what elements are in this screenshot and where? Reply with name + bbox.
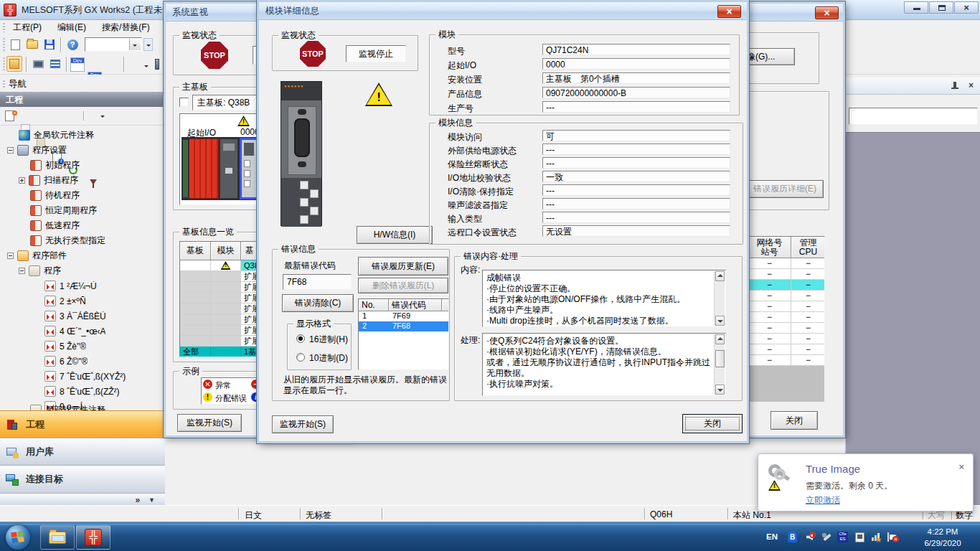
activate-now-link[interactable]: 立即激活 xyxy=(806,494,840,507)
device-find-icon[interactable] xyxy=(70,57,85,72)
scroll-up-icon[interactable] xyxy=(715,334,725,344)
nav-button-connection-destination[interactable]: 连接目标 xyxy=(0,465,165,493)
tree-item-program-6[interactable]: 6 Ž©"® xyxy=(1,354,164,369)
menu-project[interactable]: 工程(P) xyxy=(7,20,47,34)
popup-close-icon[interactable]: × xyxy=(958,461,964,472)
tree-item-program-5[interactable]: 5 Žè"® xyxy=(1,339,164,354)
close-panel-icon[interactable]: × xyxy=(969,80,974,90)
nav-button-project[interactable]: 工程 xyxy=(0,410,165,438)
taskbar-gxworks2-button[interactable]: ╬ xyxy=(76,525,110,550)
tool-icon[interactable] xyxy=(821,531,833,543)
dropdown-arrow-icon[interactable] xyxy=(144,65,149,70)
menu-find-replace[interactable]: 搜索/替换(F) xyxy=(96,20,156,34)
scroll-down-icon[interactable] xyxy=(715,316,725,326)
tree-item-program-4[interactable]: 4 Œ´"_•œ‹A xyxy=(1,324,164,339)
net-row[interactable]: −− xyxy=(748,344,825,355)
tree-item-scan-program[interactable]: 扫描程序 xyxy=(1,173,164,188)
collapse-icon[interactable] xyxy=(19,268,25,274)
menu-edit[interactable]: 编辑(E) xyxy=(52,20,92,34)
power-module-image[interactable] xyxy=(189,138,219,199)
error-history-update-button[interactable]: 错误履历更新(E) xyxy=(358,257,448,276)
error-row-selected[interactable]: 2 7F68 xyxy=(359,321,449,331)
module-close-button[interactable]: 关闭 xyxy=(682,414,743,433)
net-row[interactable]: −− xyxy=(748,301,825,312)
cfles-icon[interactable]: CfleES xyxy=(837,531,849,543)
net-row[interactable]: −− xyxy=(748,269,825,280)
action-scrollbar[interactable] xyxy=(714,334,725,395)
net-row[interactable]: −− xyxy=(748,291,825,301)
graphic-image-button[interactable]: 像(G)... xyxy=(743,48,795,65)
module-configuration-icon[interactable] xyxy=(30,56,46,72)
dec-radio-label[interactable]: 10进制(D) xyxy=(309,352,348,364)
pin-icon[interactable] xyxy=(953,82,956,88)
minimize-button[interactable] xyxy=(904,1,928,14)
toolbar-overflow-button[interactable] xyxy=(143,38,153,51)
hex-radio[interactable] xyxy=(296,334,305,343)
cpu-module-image[interactable] xyxy=(220,138,238,199)
error-clear-button[interactable]: 错误清除(C) xyxy=(282,294,354,312)
taskbar-explorer-button[interactable] xyxy=(40,525,75,550)
background-dialog-close-button[interactable] xyxy=(815,6,839,19)
tree-item-global-device-comment[interactable]: 全局软元件注释 xyxy=(1,128,164,143)
error-history-detail-button[interactable]: 错误履历详细(E) xyxy=(746,180,824,198)
bluetooth-icon[interactable]: B xyxy=(786,531,798,543)
help-icon[interactable]: ? xyxy=(65,37,80,52)
network-icon[interactable] xyxy=(870,531,882,543)
tree-item-initial-program[interactable]: 初始程序 xyxy=(1,158,164,173)
element-selection-input[interactable] xyxy=(849,108,978,125)
navigation-view-icon[interactable] xyxy=(6,56,22,72)
safely-remove-icon[interactable] xyxy=(854,531,866,543)
net-row[interactable]: −− xyxy=(748,334,825,344)
hw-info-button[interactable]: H/W信息(I) xyxy=(357,226,433,244)
start-button[interactable] xyxy=(6,525,30,550)
expand-icon[interactable] xyxy=(19,177,25,184)
tree-item-program-3[interactable]: 3 À¯ÁÊßÈÙ xyxy=(1,309,164,324)
open-project-icon[interactable] xyxy=(24,37,40,52)
language-indicator[interactable]: EN xyxy=(766,532,778,541)
hex-radio-label[interactable]: 16进制(H) xyxy=(309,334,348,346)
dropdown-arrow-icon[interactable] xyxy=(100,116,105,120)
selected-module-image[interactable] xyxy=(240,138,259,199)
search-combobox[interactable] xyxy=(85,37,142,52)
collapse-icon[interactable] xyxy=(7,147,14,154)
tree-item-program-setting[interactable]: 程序设置 xyxy=(1,143,164,158)
dec-radio[interactable] xyxy=(296,353,305,362)
error-row[interactable]: 1 7F69 xyxy=(359,311,449,321)
net-row[interactable]: −− xyxy=(748,323,825,334)
scroll-thumb[interactable] xyxy=(715,350,725,367)
net-row[interactable]: −− xyxy=(748,312,825,323)
collapse-icon[interactable] xyxy=(7,253,14,259)
content-scrollbar[interactable] xyxy=(714,271,725,326)
nav-button-user-library[interactable]: 用户库 xyxy=(0,438,165,465)
module-dialog-close-button[interactable] xyxy=(717,5,741,18)
close-button[interactable]: × xyxy=(954,1,979,14)
tree-item-program-2[interactable]: 2 ±×ºÑ xyxy=(1,293,164,309)
net-row[interactable]: −− xyxy=(748,258,825,269)
module-monitor-start-button[interactable]: 监视开始(S) xyxy=(272,415,334,433)
net-row-selected[interactable]: −− xyxy=(748,280,825,291)
clock[interactable]: 4:22 PM 6/29/2020 xyxy=(910,526,976,549)
delete-error-history-button[interactable]: 删除错误履历(L) xyxy=(358,278,448,293)
scroll-down-icon[interactable] xyxy=(715,385,725,395)
new-project-icon[interactable] xyxy=(7,37,23,52)
action-center-flag-icon[interactable]: × xyxy=(887,531,899,543)
device-test-icon[interactable] xyxy=(149,56,165,72)
tree-item-program-7[interactable]: 7 ˆÊ'uŒˆ‚ß(XYŽ²) xyxy=(1,369,164,384)
tree-item-no-execution-type[interactable]: 无执行类型指定 xyxy=(1,233,164,248)
tree-item-program-1[interactable]: 1 ²Æ¼¬Ù xyxy=(1,278,164,293)
tree-item-pou[interactable]: 程序部件 xyxy=(1,248,164,263)
main-base-checkbox[interactable] xyxy=(179,98,189,107)
background-dialog-close[interactable]: 关闭 xyxy=(771,411,818,430)
tree-item-standby-program[interactable]: 待机程序 xyxy=(1,188,164,203)
scroll-up-icon[interactable] xyxy=(715,271,725,281)
sysmon-monitor-start-button[interactable]: 监视开始(S) xyxy=(177,414,242,432)
tree-item-program-8[interactable]: 8 ˆÊ'uŒˆ‚ß(ZŽ²) xyxy=(1,384,164,399)
volume-muted-icon[interactable] xyxy=(804,531,816,543)
combo-arrow-icon[interactable] xyxy=(129,39,141,50)
tree-item-program[interactable]: 程序 xyxy=(1,263,164,278)
maximize-button[interactable] xyxy=(929,1,953,14)
list-view-icon[interactable] xyxy=(47,56,63,72)
tree-item-low-speed-program[interactable]: 低速程序 xyxy=(1,218,164,233)
save-project-icon[interactable] xyxy=(42,37,57,52)
tree-item-fixed-scan-program[interactable]: 恒定周期程序 xyxy=(1,203,164,218)
